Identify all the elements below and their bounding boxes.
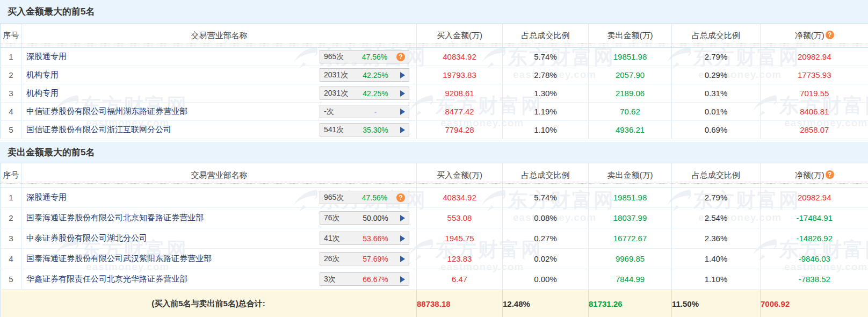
total-row: (买入前5名与卖出前5名)总合计: 88738.18 12.48% 81731.… [1,290,868,317]
buy-ratio: 0.00% [503,269,589,290]
appearance-count: 541次 [324,125,353,135]
success-rate: 53.66% [353,234,398,243]
table-row: 3 中泰证券股份有限公司湖北分公司 41次 53.66% ? 1945.75 0… [1,228,868,249]
expand-arrow-icon[interactable] [400,127,405,133]
sell-top5-title-band: 卖出金额最大的前5名 [0,142,868,163]
ranking-count-badge[interactable]: 26次 57.69% ? [320,252,409,265]
row-index: 3 [1,228,22,249]
department-link[interactable]: 机构专用 [26,88,59,98]
department-link[interactable]: 深股通专用 [26,192,67,203]
department-cell: 国泰海通证券股份有限公司武汉紫阳东路证券营业部 26次 57.69% ? [22,249,417,269]
buy-amount: 9208.61 [417,84,503,103]
row-index: 5 [1,269,22,290]
table-row: 3 机构专用 2031次 42.25% ? 9208.61 1.30% 2189… [1,84,868,103]
buy-ratio: 1.30% [503,84,589,103]
expand-arrow-icon[interactable] [400,276,405,283]
col-header-buy-amount: 买入金额(万) [417,24,503,48]
department-link[interactable]: 华鑫证券有限责任公司北京光华路证券营业部 [26,274,187,284]
total-label: (买入前5名与卖出前5名)总合计: [1,290,417,317]
net-amount: 7019.55 [761,84,868,103]
total-sell-ratio: 11.50% [672,290,761,317]
department-link[interactable]: 国泰海通证券股份有限公司北京知春路证券营业部 [26,213,204,223]
appearance-count: 26次 [324,254,353,264]
appearance-count: 3次 [324,275,353,284]
ranking-count-badge[interactable]: -次 - ? [320,105,409,118]
ranking-count-badge[interactable]: 965次 47.56% ? [320,50,409,63]
help-icon[interactable]: ? [396,193,405,202]
success-rate: 42.25% [353,89,398,98]
department-link[interactable]: 中泰证券股份有限公司湖北分公司 [26,233,147,243]
ranking-count-badge[interactable]: 3次 66.67% ? [320,272,409,286]
department-link[interactable]: 国信证券股份有限公司浙江互联网分公司 [26,125,171,135]
net-amount: -9846.03 [761,249,868,269]
total-net-amount: 7006.92 [761,290,868,317]
buy-ratio: 5.74% [503,188,589,208]
expand-arrow-icon[interactable] [400,72,405,78]
sell-amount: 7844.99 [589,269,672,290]
sell-amount: 70.62 [589,103,672,121]
col-header-sell-amount: 卖出金额(万) [589,163,672,188]
expand-arrow-icon[interactable] [400,215,405,221]
ranking-count-badge[interactable]: 2031次 42.25% ? [320,87,409,100]
success-rate: 66.67% [353,275,398,284]
department-cell: 中泰证券股份有限公司湖北分公司 41次 53.66% ? [22,228,417,249]
sell-amount: 19851.98 [589,48,672,66]
table-header-row: 序号 交易营业部名称 买入金额(万) 占总成交比例 卖出金额(万) 占总成交比例… [1,163,868,188]
sell-ratio: 0.69% [672,121,761,139]
success-rate: 50.00% [353,214,398,222]
department-cell: 机构专用 2031次 42.25% ? [22,66,417,84]
department-link[interactable]: 中信证券股份有限公司福州湖东路证券营业部 [26,106,187,117]
sell-amount: 2189.06 [589,84,672,103]
department-cell: 华鑫证券有限责任公司北京光华路证券营业部 3次 66.67% ? [22,269,417,290]
table-row: 4 国泰海通证券股份有限公司武汉紫阳东路证券营业部 26次 57.69% ? 1… [1,249,868,269]
sell-ratio: 0.01% [672,103,761,121]
appearance-count: 965次 [324,193,353,203]
expand-arrow-icon[interactable] [400,109,405,115]
buy-amount: 19793.83 [417,66,503,84]
expand-arrow-icon[interactable] [400,235,405,242]
table-row: 5 国信证券股份有限公司浙江互联网分公司 541次 35.30% ? 7794.… [1,121,868,139]
success-rate: 47.56% [353,53,396,61]
buy-ratio: 0.02% [503,249,589,269]
appearance-count: 2031次 [324,70,353,80]
ranking-count-badge[interactable]: 76次 50.00% ? [320,211,409,225]
expand-arrow-icon[interactable] [400,256,405,262]
sell-ratio: 1.10% [672,269,761,290]
help-icon[interactable]: ? [826,31,834,39]
help-icon[interactable]: ? [396,53,405,61]
net-amount: -17484.91 [761,208,868,228]
table-row: 4 中信证券股份有限公司福州湖东路证券营业部 -次 - ? 8477.42 1.… [1,103,868,121]
department-link[interactable]: 深股通专用 [26,52,67,62]
expand-arrow-icon[interactable] [400,90,405,97]
department-link[interactable]: 机构专用 [26,70,59,80]
net-amount: 20982.94 [761,48,868,66]
total-buy-ratio: 12.48% [503,290,589,317]
col-header-sell-amount: 卖出金额(万) [589,24,672,48]
row-index: 2 [1,66,22,84]
ranking-count-badge[interactable]: 541次 35.30% ? [320,123,409,136]
buy-amount: 40834.92 [417,188,503,208]
department-cell: 国泰海通证券股份有限公司北京知春路证券营业部 76次 50.00% ? [22,208,417,228]
buy-ratio: 1.10% [503,121,589,139]
department-cell: 深股通专用 965次 47.56% ? [22,48,417,66]
appearance-count: -次 [324,107,353,117]
buy-amount: 1945.75 [417,228,503,249]
row-index: 1 [1,188,22,208]
help-icon[interactable]: ? [826,170,834,179]
ranking-count-badge[interactable]: 41次 53.66% ? [320,232,409,245]
table-row: 2 国泰海通证券股份有限公司北京知春路证券营业部 76次 50.00% ? 55… [1,208,868,228]
ranking-count-badge[interactable]: 2031次 42.25% ? [320,68,409,82]
department-link[interactable]: 国泰海通证券股份有限公司武汉紫阳东路证券营业部 [26,254,212,264]
col-header-sell-ratio: 占总成交比例 [672,24,761,48]
row-index: 3 [1,84,22,103]
ranking-count-badge[interactable]: 965次 47.56% ? [320,191,409,204]
sell-amount: 4936.21 [589,121,672,139]
appearance-count: 965次 [324,52,353,62]
success-rate: 57.69% [353,255,398,263]
buy-amount: 8477.42 [417,103,503,121]
row-index: 4 [1,249,22,269]
net-amount: 2858.07 [761,121,868,139]
total-sell-amount: 81731.26 [589,290,672,317]
col-header-department: 交易营业部名称 [22,163,417,188]
sell-amount: 19851.98 [589,188,672,208]
